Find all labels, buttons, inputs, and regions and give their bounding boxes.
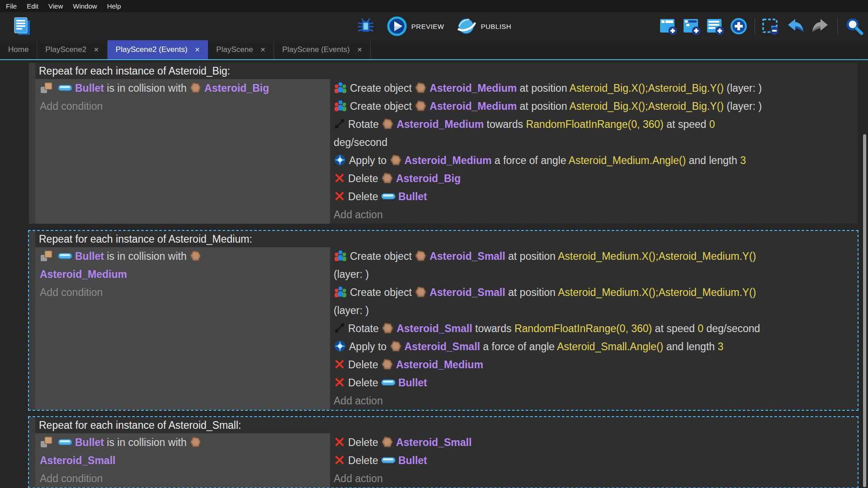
add-action-button[interactable]: Add action <box>334 469 858 488</box>
menu-item-window[interactable]: Window <box>68 0 102 12</box>
text-segment: and length <box>663 341 717 352</box>
text-segment: a force of angle <box>491 155 568 166</box>
publish-button[interactable]: PUBLISH <box>456 16 511 37</box>
text-segment: Asteroid_Small <box>429 250 505 262</box>
preview-button[interactable]: PREVIEW <box>387 16 444 37</box>
tab-playscene2-events[interactable]: PlayScene2 (Events)✕ <box>108 40 208 59</box>
asteroid-icon <box>382 118 394 130</box>
action-row[interactable]: Delete Bullet <box>334 188 858 206</box>
toolbar: PREVIEW PUBLISH <box>0 12 868 40</box>
asteroid-icon <box>381 358 393 371</box>
action-row[interactable]: Rotate Asteroid_Small towards RandomFloa… <box>334 319 858 338</box>
text-segment: Rotate <box>348 323 382 334</box>
tab-label: PlayScene <box>216 45 253 54</box>
action-row[interactable]: Rotate Asteroid_Medium towards RandomFlo… <box>334 115 858 133</box>
tab-playscene2[interactable]: PlayScene2✕ <box>37 40 107 59</box>
publish-globe-icon <box>456 16 476 37</box>
condition-row[interactable]: Asteroid_Medium <box>40 265 330 283</box>
add-action-button[interactable]: Add action <box>334 206 858 224</box>
menu-item-help[interactable]: Help <box>102 0 126 12</box>
tab-label: Home <box>8 45 28 54</box>
event-block[interactable]: Repeat for each instance of Asteroid_Sma… <box>28 416 859 488</box>
event-header[interactable]: Repeat for each instance of Asteroid_Sma… <box>35 417 858 433</box>
add-condition-button[interactable]: Add condition <box>40 283 330 301</box>
tab-close-icon[interactable]: ✕ <box>94 46 99 53</box>
tab-playscene-events[interactable]: PlayScene (Events)✕ <box>274 40 371 59</box>
text-segment: at position <box>505 286 558 298</box>
create-icon <box>334 99 347 113</box>
text-segment: Delete <box>348 173 381 184</box>
action-row[interactable]: (layer: ) <box>334 301 858 319</box>
tab-close-icon[interactable]: ✕ <box>195 46 200 53</box>
debug-button[interactable] <box>357 17 375 35</box>
text-segment: Asteroid_Medium <box>396 359 483 371</box>
asteroid-icon <box>415 286 427 298</box>
bullet-icon <box>381 193 396 200</box>
action-row[interactable]: (layer: ) <box>334 265 858 283</box>
event-header[interactable]: Repeat for each instance of Asteroid_Big… <box>35 63 858 79</box>
action-row[interactable]: Create object Asteroid_Small at position… <box>334 283 858 301</box>
rotate-icon <box>334 118 345 130</box>
text-segment: Delete <box>348 377 381 389</box>
bullet-icon <box>58 439 72 446</box>
text-segment: Bullet <box>398 455 427 466</box>
menu-bar: FileEditViewWindowHelp <box>0 0 868 12</box>
text-segment: Asteroid_Medium.Angle() <box>569 155 686 166</box>
collision-icon <box>40 436 55 448</box>
event-drag-handle[interactable] <box>29 63 35 224</box>
condition-row[interactable]: Asteroid_Small <box>40 451 330 469</box>
add-condition-button[interactable]: Add condition <box>40 97 330 115</box>
event-drag-handle[interactable] <box>29 231 35 410</box>
force-icon <box>334 340 346 352</box>
tab-playscene[interactable]: PlayScene✕ <box>208 40 274 59</box>
condition-row[interactable]: Bullet is in collision with Asteroid_Big <box>40 79 330 97</box>
vertical-scrollbar-thumb[interactable] <box>863 134 866 487</box>
event-block[interactable]: Repeat for each instance of Asteroid_Big… <box>28 62 859 225</box>
event-header[interactable]: Repeat for each instance of Asteroid_Med… <box>35 231 858 247</box>
text-segment: Create object <box>350 250 415 262</box>
tab-close-icon[interactable]: ✕ <box>357 46 363 53</box>
menu-item-edit[interactable]: Edit <box>22 0 43 12</box>
text-segment: Delete <box>348 455 381 466</box>
condition-row[interactable]: Bullet is in collision with <box>40 433 330 451</box>
text-segment: Create object <box>350 82 415 94</box>
action-row[interactable]: Apply to Asteroid_Medium a force of angl… <box>334 151 858 169</box>
text-segment: Asteroid_Small.Angle() <box>557 341 663 352</box>
event-drag-handle[interactable] <box>29 417 35 488</box>
action-row[interactable]: Delete Bullet <box>334 451 858 469</box>
text-segment: at speed <box>652 323 698 334</box>
action-row[interactable]: deg/second <box>334 133 858 151</box>
text-segment: RandomFloatInRange(0, 360) <box>514 323 652 334</box>
text-segment: Asteroid_Medium <box>40 268 127 280</box>
text-segment: Asteroid_Big <box>396 173 461 184</box>
text-segment: 0 <box>698 323 703 334</box>
event-block[interactable]: Repeat for each instance of Asteroid_Med… <box>28 230 859 411</box>
text-segment: Bullet <box>75 250 104 262</box>
tab-home[interactable]: Home <box>0 40 37 59</box>
text-segment: Asteroid_Medium <box>405 155 492 166</box>
menu-item-file[interactable]: File <box>1 0 22 12</box>
add-condition-button[interactable]: Add condition <box>40 469 330 488</box>
action-row[interactable]: Delete Asteroid_Small <box>334 433 858 451</box>
condition-row[interactable]: Bullet is in collision with <box>40 247 330 265</box>
text-segment: Asteroid_Medium <box>429 100 517 112</box>
tab-label: PlayScene2 <box>45 45 86 54</box>
action-row[interactable]: Create object Asteroid_Small at position… <box>334 247 858 265</box>
action-row[interactable]: Create object Asteroid_Medium at positio… <box>334 79 858 97</box>
asteroid-icon <box>189 82 202 94</box>
add-action-button[interactable]: Add action <box>334 392 858 410</box>
action-row[interactable]: Delete Asteroid_Big <box>334 169 858 188</box>
delete-icon <box>334 454 345 466</box>
action-row[interactable]: Delete Asteroid_Medium <box>334 356 858 374</box>
asteroid-icon <box>381 436 393 448</box>
menu-item-view[interactable]: View <box>43 0 68 12</box>
text-segment: 3 <box>740 155 746 166</box>
tab-label: PlayScene (Events) <box>282 45 349 54</box>
text-segment: Bullet <box>75 436 104 448</box>
action-row[interactable]: Delete Bullet <box>334 374 858 392</box>
text-segment: Bullet <box>75 82 104 94</box>
asteroid-icon <box>189 436 202 448</box>
action-row[interactable]: Create object Asteroid_Medium at positio… <box>334 97 858 115</box>
tab-close-icon[interactable]: ✕ <box>260 46 266 53</box>
action-row[interactable]: Apply to Asteroid_Small a force of angle… <box>334 338 858 356</box>
